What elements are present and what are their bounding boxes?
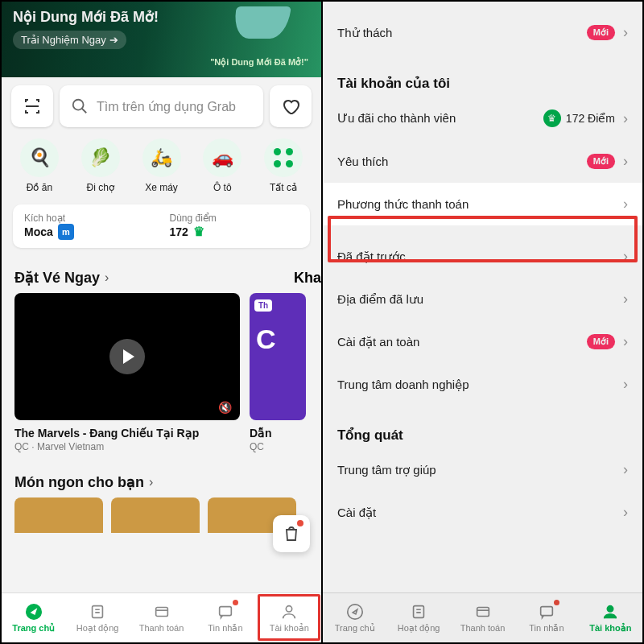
- mute-icon: 🔇: [218, 401, 232, 414]
- svg-point-5: [287, 605, 292, 611]
- wallet-icon: [153, 603, 171, 621]
- car-icon: 🚗: [203, 138, 242, 177]
- svg-rect-2: [93, 605, 103, 617]
- scan-button[interactable]: [11, 85, 53, 127]
- ad-carousel[interactable]: 🔇 The Marvels - Đang Chiếu Tại Rạp QC · …: [2, 293, 321, 452]
- new-badge: Mới: [587, 334, 615, 349]
- motorbike-icon: 🛵: [142, 138, 181, 177]
- promo-banner[interactable]: Nội Dung Mới Đã Mở! Trải Nghiệm Ngay ➔ "…: [2, 2, 321, 77]
- food-icon: 🍳: [20, 138, 59, 177]
- favorites-button[interactable]: [270, 85, 312, 127]
- nav-messages[interactable]: Tin nhắn: [193, 593, 257, 642]
- wallet-points[interactable]: Dùng điểm 172♛: [170, 213, 299, 240]
- row-favorites[interactable]: Yêu thích Mới ›: [323, 140, 642, 183]
- arrow-right-icon: ➔: [109, 34, 118, 46]
- section-food[interactable]: Món ngon cho bạn ›: [2, 452, 321, 497]
- ad-card-1[interactable]: 🔇 The Marvels - Đang Chiếu Tại Rạp QC · …: [14, 293, 240, 452]
- notification-dot: [297, 520, 303, 526]
- category-mart[interactable]: 🥬 Đi chợ: [76, 138, 126, 193]
- svg-point-10: [608, 605, 613, 611]
- section-ticket[interactable]: Đặt Vé Ngay ›: [2, 248, 122, 293]
- row-payment-methods[interactable]: Phương thức thanh toán ›: [323, 183, 642, 225]
- chevron-right-icon: ›: [623, 376, 628, 393]
- notification-dot: [233, 600, 238, 605]
- new-badge: Mới: [587, 25, 615, 40]
- chevron-right-icon: ›: [623, 333, 628, 350]
- chevron-right-icon: ›: [623, 153, 628, 170]
- nav-activity[interactable]: Hoạt động: [386, 593, 450, 642]
- category-food[interactable]: 🍳 Đồ ăn: [14, 138, 64, 193]
- cart-fab[interactable]: [273, 515, 310, 552]
- nav-home[interactable]: Trang chủ: [323, 593, 386, 642]
- account-screen: Thử thách Mới › Tài khoản của tôi Ưu đãi…: [323, 2, 642, 642]
- row-challenge[interactable]: Thử thách Mới ›: [323, 11, 642, 54]
- category-all[interactable]: Tất cả: [258, 138, 308, 193]
- search-icon: [71, 97, 89, 115]
- notification-dot: [554, 600, 559, 605]
- user-icon: [601, 603, 619, 621]
- bag-icon: [282, 524, 301, 543]
- wallet-icon: [474, 603, 492, 621]
- wallet-row: Kích hoạt Mocam Dùng điểm 172♛: [13, 204, 310, 248]
- chat-icon: [217, 603, 234, 621]
- moca-icon: m: [58, 224, 74, 240]
- category-bike[interactable]: 🛵 Xe máy: [137, 138, 187, 193]
- row-business-center[interactable]: Trung tâm doanh nghiệp ›: [323, 363, 642, 406]
- chevron-right-icon: ›: [623, 24, 628, 41]
- category-car[interactable]: 🚗 Ô tô: [197, 138, 247, 193]
- groceries-icon: 🥬: [81, 138, 120, 177]
- chevron-right-icon: ›: [623, 461, 628, 478]
- row-member-offers[interactable]: Ưu đãi cho thành viên ♛ 172 Điểm ›: [323, 97, 642, 140]
- nav-account[interactable]: Tài khoản: [258, 593, 321, 642]
- scan-icon: [23, 97, 42, 116]
- nav-account[interactable]: Tài khoản: [579, 593, 642, 642]
- category-row: 🍳 Đồ ăn 🥬 Đi chợ 🛵 Xe máy 🚗 Ô tô Tất cả: [2, 135, 321, 195]
- section-general: Tổng quát: [323, 406, 642, 448]
- chat-icon: [538, 603, 555, 621]
- svg-rect-8: [477, 608, 489, 617]
- chevron-right-icon: ›: [623, 196, 628, 213]
- compass-icon: [346, 603, 364, 621]
- compass-icon: [25, 603, 43, 621]
- nav-payment[interactable]: Thanh toán: [451, 593, 514, 642]
- crown-icon: ♛: [543, 109, 561, 127]
- wallet-activate[interactable]: Kích hoạt Mocam: [24, 213, 154, 240]
- row-help-center[interactable]: Trung tâm trợ giúp ›: [323, 448, 642, 491]
- points-indicator: ♛ 172 Điểm: [543, 109, 615, 127]
- nav-payment[interactable]: Thanh toán: [130, 593, 193, 642]
- food-item[interactable]: [14, 497, 103, 533]
- heart-icon: [281, 97, 300, 116]
- row-settings[interactable]: Cài đặt ›: [323, 491, 642, 534]
- section-peek: Kha: [294, 249, 321, 293]
- row-safety-settings[interactable]: Cài đặt an toàn Mới ›: [323, 320, 642, 363]
- chevron-right-icon: ›: [623, 110, 628, 127]
- search-placeholder: Tìm trên ứng dụng Grab: [97, 99, 236, 114]
- svg-rect-9: [541, 606, 553, 615]
- chevron-right-icon: ›: [623, 291, 628, 308]
- svg-point-0: [73, 100, 84, 110]
- bottom-nav-left: Trang chủ Hoạt động Thanh toán Tin nhắn …: [2, 592, 321, 642]
- receipt-icon: [410, 603, 427, 621]
- receipt-icon: [89, 603, 106, 621]
- home-screen: Nội Dung Mới Đã Mở! Trải Nghiệm Ngay ➔ "…: [2, 2, 321, 642]
- banner-cta-button[interactable]: Trải Nghiệm Ngay ➔: [13, 31, 126, 49]
- banner-art: "Nội Dung Mới Đã Mở!": [208, 6, 313, 69]
- row-saved-places[interactable]: Địa điểm đã lưu ›: [323, 278, 642, 320]
- nav-messages[interactable]: Tin nhắn: [514, 593, 578, 642]
- ad-card-2[interactable]: Th C Dẫn QC: [250, 293, 306, 452]
- nav-activity[interactable]: Hoạt động: [65, 593, 129, 642]
- search-input[interactable]: Tìm trên ứng dụng Grab: [60, 85, 263, 127]
- crown-icon: ♛: [193, 224, 204, 239]
- chevron-right-icon: ›: [623, 248, 628, 265]
- svg-rect-4: [220, 606, 232, 615]
- row-preordered[interactable]: Đã đặt trước ›: [323, 235, 642, 278]
- video-thumbnail[interactable]: 🔇: [14, 293, 240, 420]
- section-my-account: Tài khoản của tôi: [323, 54, 642, 97]
- svg-rect-3: [155, 608, 167, 617]
- chevron-right-icon: ›: [105, 270, 109, 285]
- svg-rect-7: [414, 605, 424, 617]
- play-icon: [109, 339, 145, 374]
- nav-home[interactable]: Trang chủ: [2, 593, 65, 642]
- all-icon: [264, 138, 303, 177]
- food-item[interactable]: [111, 497, 200, 533]
